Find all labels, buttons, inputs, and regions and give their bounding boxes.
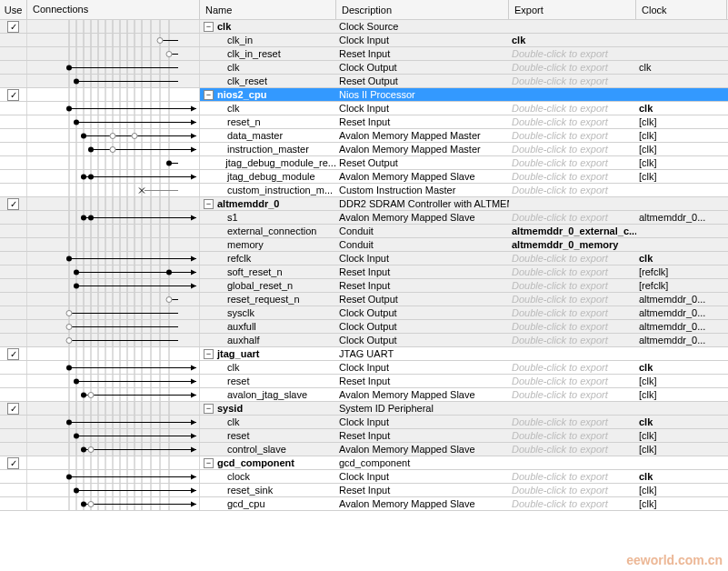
connections-cell[interactable] [27, 211, 200, 224]
connections-cell[interactable] [27, 143, 200, 155]
table-row[interactable]: clkClock InputDouble-click to exportclk [0, 102, 728, 115]
collapse-icon[interactable]: − [204, 458, 214, 468]
table-row[interactable]: clk_inClock Inputclk [0, 34, 728, 47]
clock-cell[interactable] [636, 34, 727, 46]
name-cell[interactable]: s1 [200, 211, 336, 224]
export-cell[interactable]: Double-click to export [509, 143, 636, 155]
connections-cell[interactable] [27, 306, 200, 319]
connections-cell[interactable] [27, 416, 200, 428]
clock-cell[interactable] [636, 47, 727, 60]
name-cell[interactable]: jtag_debug_module [200, 170, 336, 183]
connections-cell[interactable] [27, 61, 200, 74]
clock-cell[interactable] [636, 402, 727, 415]
connections-cell[interactable] [27, 184, 200, 196]
name-cell[interactable]: −clk [200, 20, 336, 33]
export-cell[interactable]: Double-click to export [509, 334, 636, 346]
table-row[interactable]: memoryConduitaltmemddr_0_memory [0, 238, 728, 252]
table-row[interactable]: ✓−altmemddr_0DDR2 SDRAM Controller with … [0, 197, 728, 211]
table-row[interactable]: auxhalfClock OutputDouble-click to expor… [0, 334, 728, 347]
name-cell[interactable]: sysclk [200, 306, 336, 319]
clock-cell[interactable]: clk [636, 61, 727, 74]
use-cell[interactable]: ✓ [0, 88, 27, 101]
clock-cell[interactable]: altmemddr_0... [636, 306, 727, 319]
clock-cell[interactable]: clk [636, 252, 727, 265]
clock-cell[interactable]: [clk] [636, 129, 727, 142]
connections-cell[interactable] [27, 347, 200, 360]
connections-cell[interactable] [27, 497, 200, 510]
table-row[interactable]: reset_nReset InputDouble-click to export… [0, 115, 728, 129]
connections-cell[interactable] [27, 320, 200, 333]
name-cell[interactable]: instruction_master [200, 143, 336, 155]
export-cell[interactable]: Double-click to export [509, 265, 636, 278]
export-cell[interactable] [509, 456, 636, 469]
name-cell[interactable]: clk [200, 416, 336, 428]
use-checkbox[interactable]: ✓ [7, 403, 19, 415]
name-cell[interactable]: −gcd_component [200, 456, 336, 469]
name-cell[interactable]: refclk [200, 252, 336, 265]
table-row[interactable]: ✓−gcd_componentgcd_component [0, 456, 728, 470]
clock-cell[interactable] [636, 225, 727, 237]
name-cell[interactable]: clk [200, 102, 336, 115]
table-row[interactable]: jtag_debug_module_re...Reset OutputDoubl… [0, 156, 728, 170]
use-cell[interactable]: ✓ [0, 456, 27, 469]
clock-cell[interactable]: [clk] [636, 388, 727, 401]
connections-cell[interactable] [27, 361, 200, 374]
connections-cell[interactable] [27, 279, 200, 292]
name-cell[interactable]: reset_request_n [200, 293, 336, 306]
export-cell[interactable]: Double-click to export [509, 470, 636, 483]
use-cell[interactable]: ✓ [0, 197, 27, 210]
export-cell[interactable]: Double-click to export [509, 61, 636, 74]
name-cell[interactable]: −sysid [200, 402, 336, 415]
table-row[interactable]: clk_resetReset OutputDouble-click to exp… [0, 75, 728, 88]
name-cell[interactable]: reset [200, 429, 336, 442]
clock-cell[interactable]: [refclk] [636, 279, 727, 292]
export-cell[interactable]: Double-click to export [509, 75, 636, 87]
name-cell[interactable]: auxfull [200, 320, 336, 333]
export-cell[interactable]: Double-click to export [509, 416, 636, 428]
name-cell[interactable]: gcd_cpu [200, 497, 336, 510]
export-cell[interactable]: Double-click to export [509, 375, 636, 387]
table-row[interactable]: s1Avalon Memory Mapped SlaveDouble-click… [0, 211, 728, 225]
use-checkbox[interactable]: ✓ [7, 21, 19, 33]
header-name[interactable]: Name [200, 0, 336, 19]
header-clock[interactable]: Clock [636, 0, 727, 19]
connections-cell[interactable] [27, 88, 200, 101]
name-cell[interactable]: clock [200, 470, 336, 483]
collapse-icon[interactable]: − [204, 349, 214, 359]
export-cell[interactable]: clk [509, 34, 636, 46]
use-checkbox[interactable]: ✓ [7, 198, 19, 210]
name-cell[interactable]: external_connection [200, 225, 336, 237]
export-cell[interactable] [509, 402, 636, 415]
clock-cell[interactable]: altmemddr_0... [636, 293, 727, 306]
collapse-icon[interactable]: − [204, 90, 214, 100]
connections-cell[interactable] [27, 456, 200, 469]
table-row[interactable]: soft_reset_nReset InputDouble-click to e… [0, 265, 728, 279]
export-cell[interactable]: Double-click to export [509, 279, 636, 292]
connections-cell[interactable] [27, 484, 200, 496]
name-cell[interactable]: −nios2_cpu [200, 88, 336, 101]
clock-cell[interactable]: altmemddr_0... [636, 320, 727, 333]
clock-cell[interactable]: clk [636, 102, 727, 115]
table-row[interactable]: reset_request_nReset OutputDouble-click … [0, 293, 728, 306]
export-cell[interactable]: Double-click to export [509, 211, 636, 224]
table-row[interactable]: clkClock InputDouble-click to exportclk [0, 416, 728, 429]
clock-cell[interactable]: altmemddr_0... [636, 334, 727, 346]
name-cell[interactable]: memory [200, 238, 336, 251]
table-row[interactable]: reset_sinkReset InputDouble-click to exp… [0, 484, 728, 497]
export-cell[interactable]: Double-click to export [509, 129, 636, 142]
clock-cell[interactable] [636, 20, 727, 33]
clock-cell[interactable] [636, 197, 727, 210]
use-checkbox[interactable]: ✓ [7, 457, 19, 469]
collapse-icon[interactable]: − [204, 199, 214, 209]
name-cell[interactable]: clk_in [200, 34, 336, 46]
export-cell[interactable] [509, 88, 636, 101]
clock-cell[interactable]: [clk] [636, 115, 727, 128]
name-cell[interactable]: −altmemddr_0 [200, 197, 336, 210]
export-cell[interactable]: Double-click to export [509, 429, 636, 442]
table-row[interactable]: gcd_cpuAvalon Memory Mapped SlaveDouble-… [0, 497, 728, 511]
clock-cell[interactable]: clk [636, 416, 727, 428]
header-export[interactable]: Export [509, 0, 636, 19]
clock-cell[interactable]: [clk] [636, 375, 727, 387]
name-cell[interactable]: jtag_debug_module_re... [200, 156, 336, 169]
export-cell[interactable]: Double-click to export [509, 184, 636, 196]
